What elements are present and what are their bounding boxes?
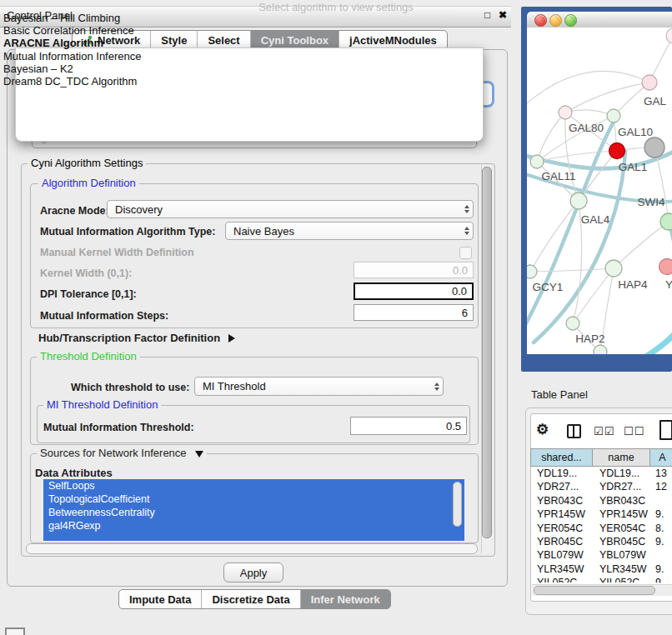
table-cell[interactable]: 9. (650, 535, 672, 548)
table-cell[interactable]: YLR345W (530, 562, 593, 576)
table-row[interactable]: YER054CYER054C8. (530, 522, 672, 535)
table-row[interactable]: YPR145WYPR145W9. (530, 508, 672, 521)
table-horizontal-scrollbar-thumb[interactable] (534, 586, 655, 595)
network-node-gal10[interactable] (607, 109, 620, 122)
table-row[interactable]: YIL052CYIL052C9 (530, 576, 672, 582)
apply-button[interactable]: Apply (223, 562, 283, 582)
attribute-item-betweennesscentrality[interactable]: BetweennessCentrality (43, 506, 464, 519)
deselect-all-checks-icon[interactable]: ☐☐ (624, 425, 644, 438)
node-label-gcy1: GCY1 (533, 281, 564, 293)
manual-kernel-width-checkbox[interactable] (459, 247, 472, 259)
mi-threshold-definition-title: MI Threshold Definition (43, 399, 161, 410)
network-edge (640, 326, 672, 354)
table-cell[interactable]: YPR145W (593, 508, 650, 521)
network-node-gal1[interactable] (609, 143, 625, 159)
sources-title[interactable]: Sources for Network Inference (37, 448, 207, 458)
hub-transcription-factor-section[interactable]: Hub/Transcription Factor Definition (38, 332, 235, 344)
cyni-settings-title: Cyni Algorithm Settings (28, 158, 146, 168)
table-cell[interactable]: YLR345W (593, 562, 650, 576)
which-threshold-combo[interactable]: MI Threshold (194, 377, 444, 396)
table-cell[interactable]: 9 (650, 576, 672, 582)
table-cell[interactable]: YBR045C (530, 535, 593, 548)
network-node-unlabeled[interactable] (594, 345, 607, 354)
minimized-panel-icon[interactable] (5, 628, 25, 635)
algorithm-option-bayesian-hill-climbing[interactable]: Bayesian – Hill Climbing (3, 12, 669, 24)
network-node-gcy1[interactable] (527, 265, 537, 278)
columns-icon-divider (573, 424, 574, 438)
tab-impute-data[interactable]: Impute Data (119, 590, 201, 608)
tab-discretize-data[interactable]: Discretize Data (201, 590, 299, 608)
dpi-tolerance-field[interactable]: 0.0 (354, 282, 474, 300)
network-node-y[interactable] (659, 259, 672, 275)
attribute-item-topologicalcoefficient[interactable]: TopologicalCoefficient (43, 492, 464, 506)
tab-infer-network[interactable]: Infer Network (300, 590, 390, 608)
table-cell[interactable] (650, 548, 672, 562)
attribute-item-selfloops[interactable]: SelfLoops (43, 479, 464, 492)
attribute-item-gal4rgexp[interactable]: gal4RGexp (43, 519, 464, 532)
table-cell[interactable] (650, 494, 672, 508)
table-cell[interactable]: 9. (650, 508, 672, 521)
table-cell[interactable]: YIL052C (593, 576, 650, 582)
mi-steps-label: Mutual Information Steps: (40, 310, 168, 322)
table-cell[interactable]: YDL19... (530, 467, 593, 480)
table-cell[interactable]: 8. (650, 522, 672, 535)
network-node-gal80[interactable] (559, 106, 572, 119)
tab-label: Discretize Data (212, 593, 289, 606)
kernel-width-label: Kernel Width (0,1): (40, 268, 132, 279)
table-cell[interactable]: YDR27... (530, 480, 593, 493)
table-cell[interactable]: 13 (650, 467, 672, 480)
network-node-swi4[interactable] (660, 213, 672, 230)
network-node-hap2[interactable] (566, 317, 579, 330)
network-node-gal4[interactable] (570, 192, 587, 209)
table-cell[interactable]: YBL079W (593, 548, 650, 562)
mi-algorithm-type-combo[interactable]: Naive Bayes (225, 222, 474, 240)
table-cell[interactable]: YBL079W (530, 548, 593, 562)
which-threshold-value: MI Threshold (203, 380, 266, 392)
kernel-width-field[interactable]: 0.0 (354, 262, 474, 278)
mi-steps-field[interactable]: 6 (354, 304, 474, 321)
settings-vertical-scrollbar-thumb[interactable] (482, 167, 492, 538)
expand-right-icon[interactable] (228, 334, 235, 342)
attributes-list-scrollbar[interactable] (453, 482, 462, 527)
table-cell[interactable]: YIL052C (530, 576, 593, 582)
algorithm-option-aracne-algorithm[interactable]: ARACNE Algorithm (3, 37, 669, 49)
algorithm-option-dream8-dc-tdc-algorithm[interactable]: Dream8 DC_TDC Algorithm (3, 75, 669, 88)
select-all-checks-icon[interactable]: ☑☑ (594, 425, 614, 438)
table-row[interactable]: YBL079WYBL079W (530, 548, 672, 562)
table-cell[interactable]: YPR145W (530, 508, 593, 521)
mi-threshold-field[interactable]: 0.5 (350, 417, 467, 435)
table-cell[interactable]: YDR27... (593, 480, 650, 493)
node-label-hap2: HAP2 (575, 332, 604, 345)
table-row[interactable]: YDL19...YDL19...13 (530, 467, 672, 480)
table-row[interactable]: YBR045CYBR045C9. (530, 535, 672, 548)
column-header-a[interactable]: A (650, 448, 672, 467)
column-header-shared[interactable]: shared... (530, 448, 593, 467)
gear-icon[interactable]: ⚙ (536, 421, 549, 438)
network-node-unlabeled[interactable] (644, 138, 664, 158)
table-cell[interactable]: YBR043C (530, 494, 593, 508)
table-cell[interactable]: YER054C (593, 522, 650, 535)
algorithm-option-mutual-information-inference[interactable]: Mutual Information Inference (3, 50, 669, 62)
network-edge (537, 112, 565, 162)
table-cell[interactable]: YER054C (530, 522, 593, 535)
table-cell[interactable]: 12 (650, 480, 672, 493)
network-node-hap4[interactable] (605, 260, 622, 277)
aracne-mode-combo[interactable]: Discovery (107, 200, 474, 218)
table-row[interactable]: YBR043CYBR043C (530, 494, 672, 508)
settings-horizontal-scrollbar-thumb[interactable] (26, 543, 478, 554)
network-node-gal11[interactable] (530, 155, 544, 168)
table-cell[interactable]: 9. (650, 562, 672, 576)
algorithm-option-basic-correlation-inference[interactable]: Basic Correlation Inference (3, 24, 669, 37)
attribute-item-partial[interactable] (43, 532, 464, 541)
algorithm-option-bayesian-k2[interactable]: Bayesian – K2 (3, 62, 669, 75)
collapse-down-icon[interactable] (195, 451, 203, 458)
threshold-definition-title: Threshold Definition (37, 351, 140, 362)
table-row[interactable]: YDR27...YDR27...12 (530, 480, 672, 493)
column-header-name[interactable]: name (593, 448, 650, 467)
dpi-tolerance-label: DPI Tolerance [0,1]: (40, 288, 137, 300)
table-cell[interactable]: YBR043C (593, 494, 650, 508)
table-cell[interactable]: YDL19... (593, 467, 650, 480)
table-row[interactable]: YLR345WYLR345W9. (530, 562, 672, 576)
table-cell[interactable]: YBR045C (593, 535, 650, 548)
file-icon[interactable] (659, 420, 672, 440)
